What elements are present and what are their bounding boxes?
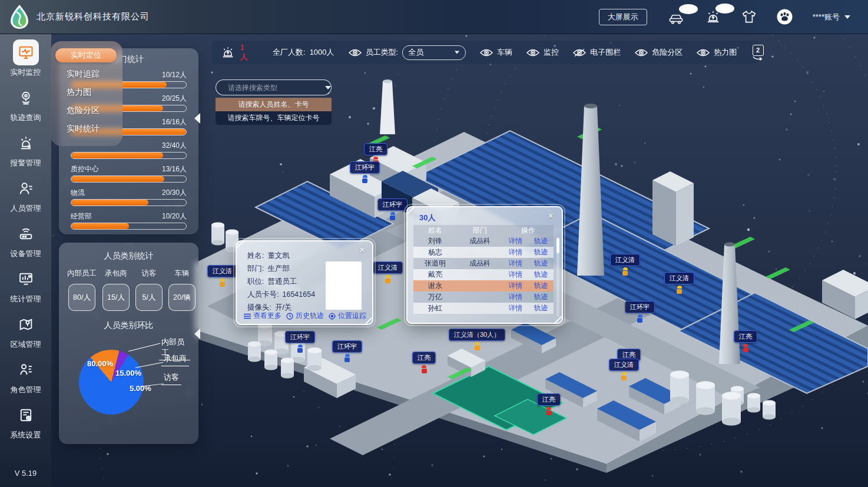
worker-badge-label[interactable]: 江环宇 [625, 301, 655, 313]
layer-toggle[interactable]: 危险分区 [635, 47, 683, 58]
location-trace-button[interactable]: 位置追踪 [329, 311, 366, 321]
submenu-item-realtime-location[interactable]: 实时定位 [55, 48, 117, 62]
worker-badge-label[interactable]: 江环宇 [332, 340, 362, 353]
detail-link[interactable]: 详情 [509, 236, 523, 246]
category-count-box[interactable]: 15/人 [102, 284, 130, 311]
table-row[interactable]: 戴亮 详情 轨迹 [413, 269, 554, 280]
category-cell: 车辆 20/辆 [168, 269, 196, 311]
track-link[interactable]: 轨迹 [534, 270, 548, 280]
helmet-icon [677, 286, 682, 289]
worker-badge-label[interactable]: 江环宇 [377, 198, 408, 211]
worker-badge[interactable]: 江环宇 [350, 161, 380, 183]
worker-badge[interactable]: 江义清 [373, 261, 403, 283]
track-link[interactable]: 轨迹 [534, 247, 548, 257]
view-more-button[interactable]: 查看更多 [244, 311, 281, 321]
panel-collapse-handle[interactable] [194, 329, 200, 339]
layer-toggle[interactable]: 电子围栏 [573, 47, 621, 58]
search-type-option[interactable]: 请搜索人员姓名、卡号 [216, 98, 332, 111]
scrollbar-thumb[interactable] [556, 238, 559, 253]
search-box[interactable] [216, 79, 332, 95]
big-screen-button[interactable]: 大屏展示 [599, 9, 647, 25]
track-link[interactable]: 轨迹 [534, 292, 548, 302]
sidebar-item-area-mgmt[interactable]: 区域管理 [0, 312, 51, 357]
detail-link[interactable]: 详情 [509, 303, 523, 313]
detail-link[interactable]: 详情 [509, 259, 523, 269]
sidebar-item-personnel-mgmt[interactable]: 人员管理 [0, 175, 51, 221]
worker-badge-label[interactable]: 江环宇 [350, 161, 380, 174]
worker-badge-label[interactable]: 江亮 [734, 330, 757, 343]
track-link[interactable]: 轨迹 [534, 281, 548, 291]
table-row[interactable]: 孙虹 详情 轨迹 [413, 303, 554, 314]
table-scrollbar[interactable] [556, 238, 559, 317]
worker-badge-label[interactable]: 江义清 [609, 359, 639, 371]
worker-badge[interactable]: 江亮 [537, 393, 561, 415]
worker-badge-label[interactable]: 江环宇 [285, 331, 315, 343]
table-row[interactable]: 杨志 详情 轨迹 [413, 247, 554, 258]
sidebar-item-system-settings[interactable]: 系统设置 [0, 402, 51, 448]
submenu-item-realtime-stats[interactable]: 实时统计 [67, 124, 100, 134]
alarm-count[interactable]: 1人 [240, 43, 248, 62]
layer-toggle[interactable]: 监控 [526, 47, 559, 58]
worker-badge-label[interactable]: 江义清 [610, 254, 640, 266]
panel-collapse-handle[interactable] [194, 113, 200, 124]
search-input[interactable] [227, 83, 320, 92]
sidebar-item-device-mgmt[interactable]: 设备管理 [0, 221, 51, 266]
worker-badge[interactable]: 江义清（30人） [449, 329, 505, 350]
worker-badge[interactable]: 江义清 [609, 359, 639, 380]
detail-link[interactable]: 详情 [509, 281, 523, 291]
worker-badge[interactable]: 江亮 [734, 330, 757, 352]
sidebar-item-alarm-mgmt[interactable]: 报警管理 [0, 130, 51, 175]
close-icon[interactable]: × [359, 245, 365, 255]
table-row[interactable]: 刘锋 成品科 详情 轨迹 [413, 236, 554, 247]
worker-badge[interactable]: 江环宇 [332, 340, 362, 362]
submenu-item-danger-zone[interactable]: 危险分区 [67, 105, 100, 116]
2d-switch-icon[interactable]: 2 [752, 45, 764, 61]
sidebar-item-realtime-monitor[interactable]: 实时监控 [0, 39, 51, 85]
search-type-option[interactable]: 请搜索车牌号、车辆定位卡号 [216, 111, 332, 125]
worker-badge[interactable]: 江义清 [207, 265, 237, 287]
track-link[interactable]: 轨迹 [534, 303, 548, 313]
layer-toggle[interactable]: 车辆 [480, 47, 512, 58]
layer-toggle[interactable]: 热力图 [697, 47, 737, 58]
table-row[interactable]: 谢永 详情 轨迹 [413, 280, 554, 291]
worker-badge-label[interactable]: 江义清 [207, 265, 237, 277]
category-count-box[interactable]: 20/辆 [168, 284, 196, 311]
eye-icon[interactable] [349, 48, 362, 57]
detail-link[interactable]: 详情 [509, 292, 523, 302]
worker-badge[interactable]: 江环宇 [285, 331, 315, 353]
sidebar-item-track-query[interactable]: 轨迹查询 [0, 85, 51, 130]
table-row[interactable]: 张道明 成品科 详情 轨迹 [413, 258, 554, 269]
worker-badge[interactable]: 江义清 [610, 254, 640, 276]
worker-badge-label[interactable]: 江义清 [373, 261, 403, 274]
worker-badge-label[interactable]: 江亮 [364, 143, 387, 155]
worker-badge[interactable]: 江环宇 [625, 301, 655, 323]
alarm-alert-icon[interactable] [705, 9, 721, 25]
sidebar-item-role-mgmt[interactable]: 角色管理 [0, 357, 51, 402]
submenu-item-heatmap[interactable]: 热力图 [67, 87, 91, 98]
worker-badge-label[interactable]: 江义清 [664, 272, 694, 284]
history-track-button[interactable]: 历史轨迹 [286, 311, 324, 321]
header: 北京新锐科创科技有限公司 大屏展示 [0, 0, 868, 34]
worker-badge-label[interactable]: 江义清（30人） [449, 329, 505, 341]
close-icon[interactable]: × [548, 211, 554, 221]
account-menu[interactable]: ****账号 [813, 12, 850, 22]
paw-account-icon[interactable] [777, 9, 793, 25]
detail-link[interactable]: 详情 [509, 270, 523, 280]
siren-icon[interactable] [220, 45, 236, 59]
worker-badge[interactable]: 江环宇 [377, 198, 408, 220]
worker-badge-label[interactable]: 江亮 [412, 352, 436, 364]
worker-badge[interactable]: 江亮 [412, 352, 436, 373]
worker-badge[interactable]: 江义清 [664, 272, 694, 294]
track-link[interactable]: 轨迹 [534, 236, 548, 246]
submenu-item-realtime-trace[interactable]: 实时追踪 [67, 69, 100, 79]
shirt-icon[interactable] [741, 10, 757, 24]
category-count-box[interactable]: 5/人 [135, 284, 163, 311]
sidebar-item-stats-mgmt[interactable]: 统计管理 [0, 266, 51, 312]
track-link[interactable]: 轨迹 [534, 259, 548, 269]
detail-link[interactable]: 详情 [509, 247, 523, 257]
table-row[interactable]: 万亿 详情 轨迹 [413, 291, 554, 303]
worker-badge-label[interactable]: 江亮 [537, 393, 561, 406]
vehicle-alert-icon[interactable] [667, 10, 685, 24]
category-count-box[interactable]: 80/人 [68, 284, 95, 311]
employee-type-select[interactable]: 全员 [402, 45, 466, 60]
